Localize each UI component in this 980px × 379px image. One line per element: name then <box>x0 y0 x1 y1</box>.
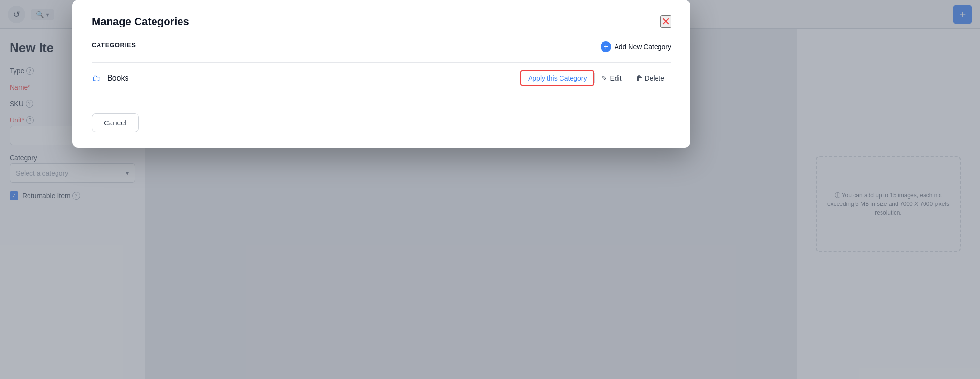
folder-icon: 🗂 <box>92 73 101 84</box>
cancel-button[interactable]: Cancel <box>92 113 139 132</box>
category-name: Books <box>107 74 520 82</box>
edit-icon: ✎ <box>602 74 607 82</box>
edit-category-button[interactable]: ✎ Edit <box>595 71 628 85</box>
modal-close-button[interactable]: ✕ <box>660 15 671 28</box>
add-new-category-icon: + <box>601 41 611 52</box>
add-new-category-button[interactable]: + Add New Category <box>601 41 671 52</box>
manage-categories-modal: Manage Categories ✕ CATEGORIES + Add New… <box>72 0 690 148</box>
modal-title: Manage Categories <box>92 15 189 28</box>
modal-header: Manage Categories ✕ <box>92 15 671 28</box>
categories-section-title: CATEGORIES <box>92 41 136 49</box>
category-actions: Apply this Category ✎ Edit 🗑 Delete <box>520 70 671 86</box>
category-list-item: 🗂 Books Apply this Category ✎ Edit 🗑 Del… <box>92 62 671 94</box>
apply-category-button[interactable]: Apply this Category <box>520 70 594 86</box>
delete-icon: 🗑 <box>636 74 643 82</box>
delete-category-button[interactable]: 🗑 Delete <box>629 71 671 85</box>
